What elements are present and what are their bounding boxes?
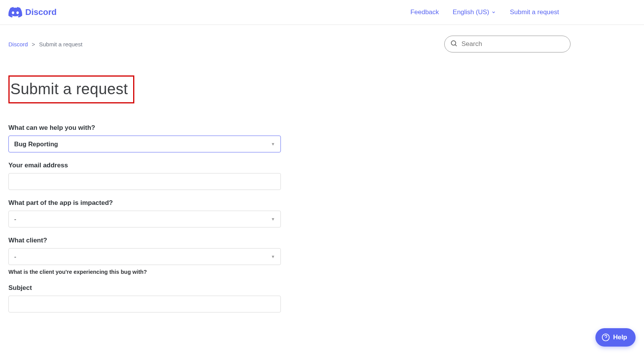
nav-feedback[interactable]: Feedback xyxy=(410,8,439,16)
client-label: What client? xyxy=(8,237,286,244)
impacted-label: What part of the app is impacted? xyxy=(8,199,286,207)
impacted-select[interactable]: - ▼ xyxy=(8,211,281,227)
caret-down-icon: ▼ xyxy=(271,142,275,146)
caret-down-icon: ▼ xyxy=(271,217,275,221)
caret-down-icon: ▼ xyxy=(271,254,275,259)
search-icon xyxy=(450,39,458,49)
subject-label: Subject xyxy=(8,284,286,292)
help-topic-label: What can we help you with? xyxy=(8,124,286,132)
help-topic-value: Bug Reporting xyxy=(14,141,58,148)
page-title-highlight: Submit a request xyxy=(8,75,134,103)
impacted-value: - xyxy=(14,216,16,223)
breadcrumb-separator: > xyxy=(32,41,35,47)
breadcrumb: Discord > Submit a request xyxy=(8,41,82,47)
nav-submit-request[interactable]: Submit a request xyxy=(510,8,559,16)
subject-field[interactable] xyxy=(8,296,281,312)
search-input[interactable] xyxy=(461,40,565,48)
page-title: Submit a request xyxy=(10,80,128,98)
discord-logo[interactable]: Discord xyxy=(8,7,57,18)
breadcrumb-current: Submit a request xyxy=(39,41,82,47)
svg-line-1 xyxy=(455,45,457,46)
nav-language-selector[interactable]: English (US) xyxy=(453,8,496,16)
header-nav: Feedback English (US) Submit a request xyxy=(410,8,636,16)
client-hint: What is the client you're experiencing t… xyxy=(8,269,286,275)
client-value: - xyxy=(14,253,16,260)
svg-point-0 xyxy=(451,41,456,45)
chevron-down-icon xyxy=(491,10,496,15)
header: Discord Feedback English (US) Submit a r… xyxy=(0,0,644,25)
discord-icon xyxy=(8,7,22,18)
main-content: Submit a request What can we help you wi… xyxy=(0,56,295,328)
search-box[interactable] xyxy=(444,36,571,52)
help-topic-select[interactable]: Bug Reporting ▼ xyxy=(8,136,281,152)
client-select[interactable]: - ▼ xyxy=(8,248,281,265)
brand-text: Discord xyxy=(25,7,57,17)
subheader: Discord > Submit a request xyxy=(0,25,644,56)
email-field[interactable] xyxy=(8,173,281,190)
nav-language-label: English (US) xyxy=(453,8,489,16)
breadcrumb-root[interactable]: Discord xyxy=(8,41,28,47)
email-label: Your email address xyxy=(8,162,286,169)
